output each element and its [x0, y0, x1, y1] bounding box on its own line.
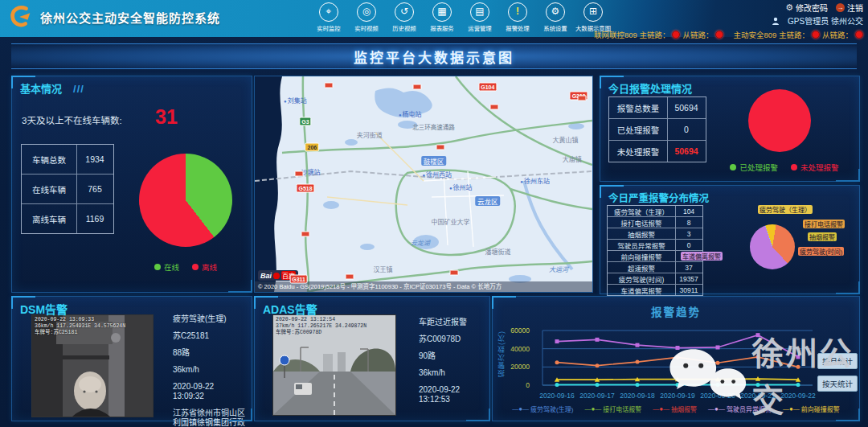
- legend-marker-icon: —●—: [584, 405, 601, 413]
- y-axis-tick: 20000: [502, 363, 530, 371]
- alarm-info-item: 2020-09-22 13:09:32: [173, 382, 247, 401]
- photo-overlay-line: 37km/h 117.265217E 34.249872N: [273, 323, 395, 330]
- alert-icon: !: [508, 2, 527, 22]
- nav-item-alarm-handling[interactable]: !报警处理: [504, 2, 531, 32]
- table-row: 超速报警37: [608, 262, 702, 273]
- dsm-driver-photo[interactable]: 2020-09-22 13:09:3336km/h 117.254931E 34…: [31, 314, 154, 417]
- legend-dot-icon: [154, 264, 161, 270]
- nav-item-realtime-monitor[interactable]: ⌖实时监控: [315, 2, 342, 32]
- alarm-info-item: 苏C00978D: [419, 335, 486, 344]
- trend-legend-item[interactable]: —●—接打电话报警: [584, 404, 641, 413]
- legend-label: 已处理报警: [739, 162, 778, 173]
- adas-alarm-info: 车距过近报警苏C00978D90路36km/h2020-09-22 13:12:…: [419, 318, 486, 412]
- link-status-bar: 联网联控809 主链路： 从链路：主动安全809 主链路： 从链路：: [588, 29, 863, 40]
- legend-item: 已处理报警: [730, 162, 778, 173]
- map-label: 云龙湖: [411, 238, 430, 247]
- alarm-info-item: 2020-09-22 13:12:53: [419, 385, 486, 404]
- alarm-marker-icon[interactable]: [436, 145, 445, 150]
- map-label: 大黄山镇: [552, 134, 578, 143]
- table-cell-label: 车辆总数: [22, 145, 77, 174]
- table-cell-value: 8: [676, 217, 702, 228]
- pie-slice-label: 接打电话报警: [803, 220, 845, 228]
- baidu-map[interactable]: Bai 百度 © 2020 Baidu - GS(2019)5218号 - 甲测…: [254, 76, 593, 293]
- page-title-bar: 监控平台大数据示意图: [11, 43, 857, 69]
- map-label: 徐州东站: [520, 175, 550, 184]
- logout-button[interactable]: → 注销: [836, 2, 863, 14]
- alarm-info-item: 江苏省徐州市铜山区利国镇徐钢集团行政楼徐钢集团行政楼东南357米: [173, 409, 247, 427]
- page-title: 监控平台大数据示意图: [354, 47, 514, 67]
- table-row: 已处理报警0: [609, 119, 706, 141]
- pie-slice-label: 疲劳驾驶(时间): [798, 247, 844, 256]
- wechat-icon: [667, 340, 750, 409]
- legend-label: 离线: [202, 261, 217, 273]
- decorative-slashes: ///: [73, 83, 84, 95]
- map-label: 夹河街道: [357, 130, 383, 139]
- nav-item-history-video[interactable]: ↺历史视频: [391, 2, 418, 32]
- table-row: 抽烟报警3: [608, 228, 702, 240]
- photo-overlay-line: 车牌号:苏C25181: [32, 330, 153, 336]
- alarm-stats-table: 报警总数量50694已处理报警0未处理报警50694: [608, 96, 706, 162]
- nav-item-label: 实时视频: [354, 23, 378, 31]
- legend-item: 离线: [192, 261, 217, 273]
- severe-panel-title: 今日严重报警分布情况: [600, 186, 859, 207]
- alarm-marker-icon[interactable]: [325, 82, 334, 88]
- nav-menu: ⌖实时监控◎实时视频↺历史视频▦报表服务▤运营管理!报警处理⚙系统设置⊞大数据示…: [315, 2, 607, 32]
- table-cell-value: 37: [676, 262, 702, 273]
- table-row: 未处理报警50694: [609, 141, 706, 162]
- alarm-marker-icon[interactable]: [345, 274, 354, 280]
- link-status-group: 联网联控809 主链路： 从链路：: [594, 29, 724, 40]
- nav-item-label: 报警处理: [506, 23, 529, 31]
- alarm-marker-icon[interactable]: [449, 269, 458, 275]
- trend-legend-item[interactable]: —●—疲劳驾驶(生理): [512, 404, 573, 413]
- app-title: 徐州公交主动安全智能防控系统: [40, 9, 220, 26]
- alarm-marker-icon[interactable]: [294, 170, 303, 176]
- map-label: 刘集站: [284, 96, 307, 105]
- map-label: 大运河: [549, 264, 568, 273]
- table-cell-label: 前向碰撞报警: [608, 251, 676, 261]
- user-icon: [772, 17, 780, 25]
- dsm-alarm-info: 疲劳驾驶(生理)苏C2518188路36km/h2020-09-22 13:09…: [173, 314, 247, 427]
- trend-chart-title: 报警趋势: [493, 303, 859, 319]
- table-cell-label: 已处理报警: [609, 119, 668, 140]
- table-row: 接打电话报警8: [608, 217, 702, 228]
- alarm-marker-icon[interactable]: [578, 95, 587, 101]
- nav-item-report-service[interactable]: ▦报表服务: [428, 2, 456, 32]
- change-password-label: 修改密码: [796, 2, 828, 14]
- nav-item-operation-management[interactable]: ▤运营管理: [466, 2, 493, 32]
- table-cell-value: 3: [676, 228, 702, 239]
- svg-text:2020-09-16: 2020-09-16: [539, 392, 575, 400]
- legend-item: 未处理报警: [791, 162, 839, 173]
- table-cell-label: 疲劳驾驶（生理）: [608, 206, 676, 216]
- logout-label: 注销: [847, 2, 863, 14]
- photo-overlay-line: 车牌号:苏C00978D: [273, 330, 395, 336]
- alarm-marker-icon[interactable]: [301, 231, 310, 236]
- adas-alarm-panel: ADAS告警 2020-09-22 13:12:5437km/h 117.265…: [254, 296, 490, 421]
- vehicle-stats-table: 车辆总数1934在线车辆765离线车辆1169: [21, 144, 114, 234]
- video-icon: ◎: [357, 2, 376, 22]
- y-axis-tick: 60000: [502, 326, 530, 335]
- alarm-panel-title: 今日报警处理情况: [600, 76, 859, 97]
- map-label: 北三环高速通路: [412, 121, 455, 130]
- table-cell-label: 抽烟报警: [608, 228, 676, 239]
- wechat-watermark: 徐州公交: [667, 328, 868, 421]
- table-cell-value: 1934: [77, 145, 113, 174]
- pin-icon: ⌖: [319, 2, 338, 22]
- road-shield: G3: [299, 117, 311, 126]
- nav-item-realtime-video[interactable]: ◎实时视频: [353, 2, 380, 32]
- table-cell-value: 19357: [676, 273, 702, 284]
- table-cell-value: 104: [676, 206, 702, 216]
- table-cell-label: 接打电话报警: [608, 217, 676, 228]
- nav-item-system-settings[interactable]: ⚙系统设置: [542, 2, 569, 32]
- basic-info-panel: 基本情况/// 3天及以上不在线车辆数: 31 车辆总数1934在线车辆765离…: [11, 76, 252, 293]
- alarm-marker-icon[interactable]: [490, 104, 499, 109]
- adas-road-photo[interactable]: 2020-09-22 13:12:5437km/h 117.265217E 34…: [272, 314, 396, 416]
- alarm-info-item: 苏C25181: [173, 331, 247, 341]
- top-header: 徐州公交主动安全智能防控系统 ⌖实时监控◎实时视频↺历史视频▦报表服务▤运营管理…: [0, 0, 868, 37]
- legend-label: 疲劳驾驶(生理): [530, 404, 573, 413]
- change-password-button[interactable]: ⚙ 修改密码: [785, 2, 828, 14]
- map-label: 云龙区: [475, 196, 501, 206]
- current-user: GPS管理员 徐州公交: [772, 14, 863, 27]
- alarm-marker-icon[interactable]: [412, 84, 421, 90]
- table-row: 驾驶员异常报警0: [608, 240, 702, 251]
- logout-icon: →: [836, 3, 845, 12]
